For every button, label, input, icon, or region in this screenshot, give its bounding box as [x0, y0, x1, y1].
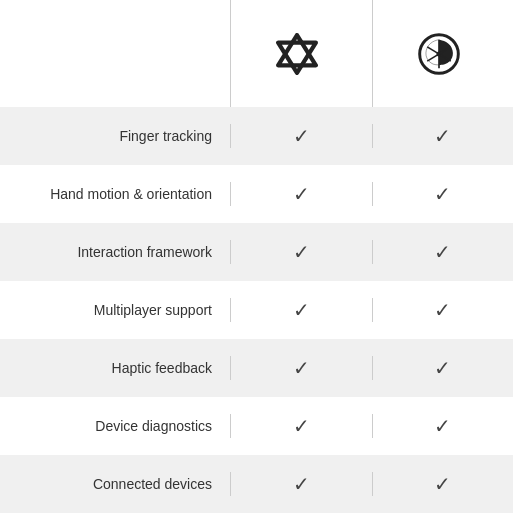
unity-check: ✓	[230, 182, 372, 206]
unity-check: ✓	[230, 356, 372, 380]
unreal-check: ✓	[372, 240, 514, 264]
checkmark-icon: ✓	[293, 356, 310, 380]
table-row: Interaction framework✓✓	[0, 223, 513, 281]
checkmark-icon: ✓	[434, 356, 451, 380]
table-row: Device diagnostics✓✓	[0, 397, 513, 455]
comparison-table: Finger tracking✓✓Hand motion & orientati…	[0, 0, 513, 513]
checkmark-icon: ✓	[434, 182, 451, 206]
checkmark-icon: ✓	[434, 472, 451, 496]
unity-check: ✓	[230, 298, 372, 322]
unity-icon	[276, 33, 318, 75]
row-label: Finger tracking	[0, 128, 230, 144]
checkmark-icon: ✓	[293, 124, 310, 148]
checkmark-icon: ✓	[293, 240, 310, 264]
unreal-check: ✓	[372, 182, 514, 206]
checkmark-icon: ✓	[293, 182, 310, 206]
checkmark-icon: ✓	[293, 298, 310, 322]
unreal-column-header	[372, 0, 514, 107]
unreal-check: ✓	[372, 472, 514, 496]
checkmark-icon: ✓	[434, 124, 451, 148]
table-row: Haptic feedback✓✓	[0, 339, 513, 397]
table-row: Hand motion & orientation✓✓	[0, 165, 513, 223]
checkmark-icon: ✓	[434, 240, 451, 264]
table-row: Finger tracking✓✓	[0, 107, 513, 165]
unreal-check: ✓	[372, 356, 514, 380]
row-label: Interaction framework	[0, 244, 230, 260]
checkmark-icon: ✓	[293, 414, 310, 438]
unity-check: ✓	[230, 124, 372, 148]
unity-column-header	[230, 0, 372, 107]
row-label: Device diagnostics	[0, 418, 230, 434]
unity-check: ✓	[230, 240, 372, 264]
row-label: Hand motion & orientation	[0, 186, 230, 202]
rows-container: Finger tracking✓✓Hand motion & orientati…	[0, 107, 513, 513]
row-label: Haptic feedback	[0, 360, 230, 376]
label-column-header	[0, 0, 230, 107]
unreal-icon	[418, 33, 460, 75]
row-label: Multiplayer support	[0, 302, 230, 318]
checkmark-icon: ✓	[434, 414, 451, 438]
table-row: Connected devices✓✓	[0, 455, 513, 513]
checkmark-icon: ✓	[293, 472, 310, 496]
unreal-check: ✓	[372, 298, 514, 322]
header-row	[0, 0, 513, 107]
unity-logo	[276, 33, 326, 75]
checkmark-icon: ✓	[434, 298, 451, 322]
unreal-check: ✓	[372, 414, 514, 438]
unreal-logo	[418, 33, 468, 75]
unreal-check: ✓	[372, 124, 514, 148]
table-row: Multiplayer support✓✓	[0, 281, 513, 339]
row-label: Connected devices	[0, 476, 230, 492]
unity-check: ✓	[230, 414, 372, 438]
unity-check: ✓	[230, 472, 372, 496]
